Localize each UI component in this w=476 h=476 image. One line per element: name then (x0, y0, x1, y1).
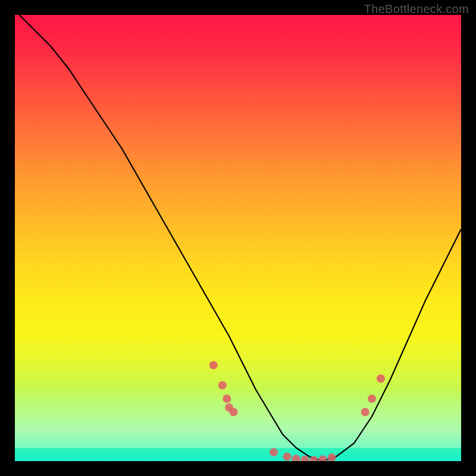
chart-marker (319, 455, 327, 461)
chart-marker (301, 456, 309, 461)
chart-marker (292, 455, 300, 461)
chart-marker (328, 453, 336, 461)
chart-marker (377, 374, 385, 383)
chart-svg (15, 15, 461, 461)
chart-marker (361, 408, 369, 416)
chart-plot-area (15, 15, 461, 461)
chart-marker (270, 448, 278, 456)
chart-markers (209, 361, 385, 461)
watermark-text: TheBottleneck.com (364, 2, 469, 16)
bottleneck-curve (20, 15, 462, 461)
chart-marker (209, 361, 218, 369)
chart-marker (283, 453, 292, 461)
chart-marker (223, 394, 231, 403)
chart-marker (230, 408, 238, 416)
chart-marker (218, 381, 227, 390)
chart-marker (368, 394, 376, 403)
